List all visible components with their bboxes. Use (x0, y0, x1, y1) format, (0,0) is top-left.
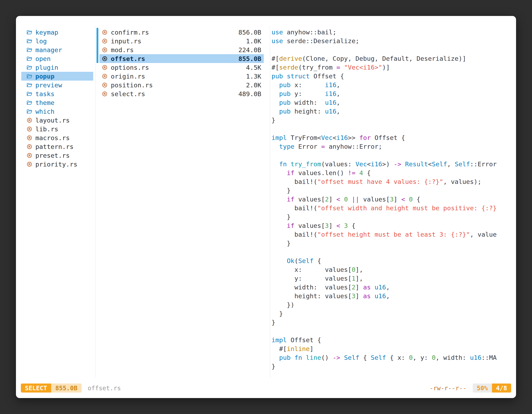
svg-text:R: R (104, 74, 106, 78)
file-row-input-rs[interactable]: Rinput.rs1.0K (99, 37, 264, 45)
rust-file-icon: R (102, 56, 109, 62)
file-name: confirm.rs (111, 29, 238, 36)
sidebar-item-which[interactable]: which (21, 107, 93, 116)
svg-text:R: R (104, 39, 106, 43)
code-line: Ok(Self { (272, 257, 499, 265)
svg-text:R: R (28, 144, 30, 148)
code-line: } (272, 186, 499, 195)
svg-text:R: R (28, 118, 30, 122)
file-row-options-rs[interactable]: Roptions.rs4.5K (99, 63, 264, 72)
rust-file-icon: R (102, 47, 109, 53)
rust-file-icon: R (102, 73, 109, 79)
code-line (272, 45, 499, 54)
file-row-offset-rs[interactable]: Roffset.rs855.0B (99, 54, 264, 63)
parent-directory-pane: keymaplogmanageropenpluginpopuppreviewta… (21, 28, 93, 169)
sidebar-item-open[interactable]: open (21, 54, 93, 63)
file-name: origin.rs (111, 73, 246, 80)
entry-name: theme (35, 99, 54, 106)
code-line (272, 151, 499, 160)
sidebar-item-manager[interactable]: manager (21, 45, 93, 54)
file-name: input.rs (111, 38, 246, 45)
svg-text:R: R (104, 30, 106, 34)
svg-text:R: R (104, 66, 106, 69)
code-line: fn try_from(values: Vec<i16>) -> Result<… (272, 160, 499, 169)
sidebar-item-priority-rs[interactable]: Rpriority.rs (21, 160, 93, 169)
svg-text:R: R (28, 154, 30, 157)
svg-text:R: R (104, 83, 106, 87)
sidebar-item-theme[interactable]: theme (21, 98, 93, 107)
entry-name: popup (35, 73, 54, 80)
code-line: bail!("offset must have 4 values: {:?}",… (272, 177, 499, 186)
file-name: mod.rs (111, 46, 238, 54)
mode-badge: SELECT (21, 384, 51, 393)
file-size: 855.0B (238, 55, 261, 62)
sidebar-item-keymap[interactable]: keymap (21, 28, 93, 37)
current-directory-pane: Rconfirm.rs856.0BRinput.rs1.0KRmod.rs224… (96, 28, 271, 98)
code-line: width: values[2] as u16, (272, 283, 499, 292)
rust-file-icon: R (102, 38, 109, 44)
code-line: pub width: u16, (272, 98, 499, 107)
folder-open-icon (27, 29, 34, 35)
entry-name: keymap (35, 29, 58, 36)
sidebar-item-popup[interactable]: popup (21, 72, 93, 81)
code-line: impl TryFrom<Vec<i16>> for Offset { (272, 133, 499, 142)
status-bar: SELECT 855.0B offset.rs -rw-r--r-- 50% 4… (21, 383, 511, 393)
file-permissions: -rw-r--r-- (429, 385, 466, 392)
code-line: impl Offset { (272, 336, 499, 345)
sidebar-item-lib-rs[interactable]: Rlib.rs (21, 125, 93, 133)
entry-name: open (35, 55, 51, 62)
code-line: height: values[3] as u16, (272, 292, 499, 300)
svg-text:R: R (28, 136, 30, 139)
svg-text:R: R (104, 48, 106, 51)
svg-text:R: R (28, 127, 30, 131)
code-line: } (272, 239, 499, 248)
entry-name: preset.rs (35, 152, 70, 159)
folder-open-icon (27, 38, 34, 44)
file-name: options.rs (111, 64, 246, 71)
code-line: #[inline] (272, 345, 499, 353)
code-line: pub struct Offset { (272, 72, 499, 81)
sidebar-item-pattern-rs[interactable]: Rpattern.rs (21, 142, 93, 151)
terminal-file-manager-window: keymaplogmanageropenpluginpopuppreviewta… (16, 16, 516, 398)
rust-file-icon: R (27, 144, 34, 150)
folder-open-icon (27, 64, 34, 71)
code-line: bail!("offset width and height must be p… (272, 204, 499, 212)
code-line: #[serde(try_from = "Vec<i16>")] (272, 63, 499, 72)
code-line: pub x: i16, (272, 81, 499, 89)
code-line: if values[2] < 0 || values[3] < 0 { (272, 195, 499, 204)
rust-file-icon: R (102, 82, 109, 88)
code-line: use anyhow::bail; (272, 28, 499, 37)
file-row-origin-rs[interactable]: Rorigin.rs1.3K (99, 72, 264, 81)
code-line: } (272, 309, 499, 318)
sidebar-item-layout-rs[interactable]: Rlayout.rs (21, 116, 93, 125)
code-line: } (272, 362, 499, 371)
folder-open-icon (27, 82, 34, 88)
file-row-mod-rs[interactable]: Rmod.rs224.0B (99, 45, 264, 54)
scroll-percent-badge: 50% (473, 384, 492, 393)
file-row-position-rs[interactable]: Rposition.rs2.0K (99, 81, 264, 89)
file-size: 489.0B (238, 90, 261, 97)
entry-name: log (35, 38, 47, 45)
folder-open-icon (27, 47, 34, 53)
sidebar-item-log[interactable]: log (21, 37, 93, 45)
entry-name: preview (35, 81, 62, 89)
code-line: use serde::Deserialize; (272, 37, 499, 45)
sidebar-item-macros-rs[interactable]: Rmacros.rs (21, 133, 93, 142)
file-size: 1.3K (246, 73, 261, 80)
rust-file-icon: R (27, 126, 34, 132)
svg-text:R: R (28, 162, 30, 166)
file-name: position.rs (111, 81, 246, 89)
entry-name: manager (35, 46, 62, 54)
sidebar-item-preview[interactable]: preview (21, 81, 93, 89)
entry-name: lib.rs (35, 125, 58, 133)
rust-file-icon: R (102, 29, 109, 35)
sidebar-item-preset-rs[interactable]: Rpreset.rs (21, 151, 93, 160)
svg-text:R: R (104, 57, 106, 60)
folder-open-icon (27, 73, 34, 79)
file-row-confirm-rs[interactable]: Rconfirm.rs856.0B (99, 28, 264, 37)
file-row-select-rs[interactable]: Rselect.rs489.0B (99, 89, 264, 98)
file-size-badge: 855.0B (51, 384, 81, 393)
code-line (272, 248, 499, 257)
sidebar-item-tasks[interactable]: tasks (21, 89, 93, 98)
sidebar-item-plugin[interactable]: plugin (21, 63, 93, 72)
